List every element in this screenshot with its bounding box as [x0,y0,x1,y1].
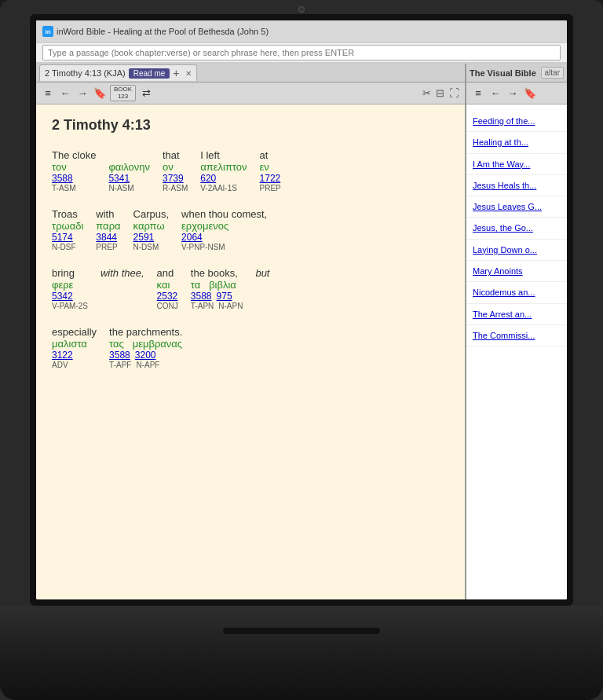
browser-icon: in [42,26,53,37]
word-group: especially μαλιστα 3122 ADV [52,326,97,369]
visual-link-item[interactable]: Jesus Heals th... [466,175,567,196]
word-group: I left απελιπτον 620 V-2AAI-1S [200,149,247,192]
tab-bar: 2 Timothy 4:13 (KJA) Read me + ✕ [36,64,465,82]
altar-button[interactable]: altar [541,67,564,79]
verse-block-3: bring φερε 5342 V-PAM-2S with thee, and [52,267,449,310]
strongs-1722[interactable]: 1722 [260,173,281,184]
list-icon[interactable]: ≡ [40,86,56,101]
visual-link-item[interactable]: Laying Down o... [466,240,567,261]
visual-panel-title: The Visual Bible [470,68,536,78]
strongs-3588[interactable]: 3588 [52,173,73,184]
strongs-2064[interactable]: 2064 [181,232,203,243]
word-group: the parchments. τας μεμβρανας 3588 3200 … [109,326,182,369]
app-container: 2 Timothy 4:13 (KJA) Read me + ✕ ≡ ← → 🔖 [36,64,567,599]
visual-link-item[interactable]: Healing at th... [466,132,567,153]
strongs-5341[interactable]: 5341 [108,173,130,184]
toolbar: ≡ ← → 🔖 BOOK 123 ⇄ ✂ ⊟ ⛶ [36,82,465,104]
tab-item[interactable]: 2 Timothy 4:13 (KJA) Read me + ✕ [39,64,197,81]
word-group: that ον 3739 R-ASM [163,149,188,192]
strongs-3122[interactable]: 3122 [52,350,73,361]
tab-label: 2 Timothy 4:13 (KJA) [45,68,126,78]
visual-content[interactable]: Feeding of the...Healing at th...I Am th… [466,104,567,599]
verse-title: 2 Timothy 4:13 [52,117,449,134]
word-group: Troas τρωαδι 5174 N-DSF [52,208,83,251]
visual-toolbar: ≡ ← → 🔖 [466,82,567,104]
visual-link-item[interactable]: Jesus, the Go... [466,218,567,239]
strongs-975[interactable]: 975 [217,291,232,302]
swap-icon[interactable]: ⇄ [138,86,154,101]
camera [298,6,305,13]
strongs-3739[interactable]: 3739 [163,173,184,184]
visual-link-item[interactable]: Feeding of the... [466,111,567,132]
book-nav-button[interactable]: BOOK 123 [110,85,136,102]
visual-tab-bar: The Visual Bible altar [466,64,567,82]
word-group: but [255,267,269,279]
visual-back-icon[interactable]: ← [488,86,503,101]
verse-block-4: especially μαλιστα 3122 ADV the parchmen… [52,326,449,369]
word-group: The cloke τον 3588 T-ASM [52,149,96,192]
address-bar[interactable] [36,42,567,63]
strongs-3588-2[interactable]: 3588 [109,350,130,361]
bible-content[interactable]: 2 Timothy 4:13 The cloke τον 3588 T-ASM [36,104,465,599]
verse-row-english-1: The cloke τον 3588 T-ASM φαιλονην 5341 [52,149,449,192]
visual-link-item[interactable]: The Arrest an... [466,304,567,325]
forward-icon[interactable]: → [75,86,90,101]
expand-icon[interactable]: ⛶ [449,87,459,99]
verse-row-english-4: especially μαλιστα 3122 ADV the parchmen… [52,326,449,369]
visual-link-item[interactable]: Nicodemus an... [466,282,567,303]
strongs-3200[interactable]: 3200 [135,350,156,361]
word-group: and και 2532 CONJ [157,267,178,310]
back-icon[interactable]: ← [57,86,73,101]
visual-links-list: Feeding of the...Healing at th...I Am th… [466,111,567,346]
scissors-icon[interactable]: ✂ [422,87,431,99]
bookmark-icon[interactable]: 🔖 [92,86,108,101]
word-group: with thee, [100,267,144,279]
tab-close-button[interactable]: ✕ [185,69,192,78]
browser-title: inWord Bible - Healing at the Pool of Be… [57,27,269,36]
verse-block-2: Troas τρωαδι 5174 N-DSF with παρα 3844 P [52,208,449,251]
browser-chrome: in inWord Bible - Healing at the Pool of… [36,20,567,64]
title-bar: in inWord Bible - Healing at the Pool of… [36,20,567,42]
visual-forward-icon[interactable]: → [505,86,521,101]
word-group: when thou comest, ερχομενος 2064 V-PNP-N… [181,208,267,251]
tab-add-button[interactable]: + [170,67,182,79]
strongs-3844[interactable]: 3844 [96,232,117,243]
strongs-3588[interactable]: 3588 [191,291,212,302]
visual-panel: The Visual Bible altar ≡ ← → 🔖 Feeding o… [466,64,567,599]
visual-bookmark-icon[interactable]: 🔖 [522,86,538,101]
print-icon[interactable]: ⊟ [436,87,444,99]
visual-link-item[interactable]: Jesus Leaves G... [466,196,567,218]
strongs-5174[interactable]: 5174 [52,232,73,243]
word-group: with παρα 3844 PREP [96,208,120,251]
strongs-620[interactable]: 620 [200,173,216,184]
address-input[interactable] [42,45,561,60]
laptop-base [0,606,603,700]
word-group: bring φερε 5342 V-PAM-2S [52,267,88,310]
word-group: at εν 1722 PREP [260,149,281,192]
word-group: φαιλονην 5341 N-ASM [108,149,150,192]
strongs-5342[interactable]: 5342 [52,291,73,302]
visual-list-icon[interactable]: ≡ [470,86,486,101]
verse-row-english-3: bring φερε 5342 V-PAM-2S with thee, and [52,267,449,310]
visual-link-item[interactable]: Mary Anoints [466,261,567,282]
visual-link-item[interactable]: The Commissi... [466,325,567,346]
read-me-button[interactable]: Read me [129,68,170,79]
word-group: Carpus, καρπω 2591 N-DSM [133,208,170,251]
strongs-2591[interactable]: 2591 [133,232,155,243]
verse-block-1: The cloke τον 3588 T-ASM φαιλονην 5341 [52,149,449,192]
visual-link-item[interactable]: I Am the Way... [466,154,567,175]
word-group: the books, τα βιβλια 3588 975 T-APN N-AP… [191,267,243,310]
verse-row-english-2: Troas τρωαδι 5174 N-DSF with παρα 3844 P [52,208,449,251]
bible-panel: 2 Timothy 4:13 (KJA) Read me + ✕ ≡ ← → 🔖 [36,64,466,599]
strongs-2532[interactable]: 2532 [157,291,178,302]
